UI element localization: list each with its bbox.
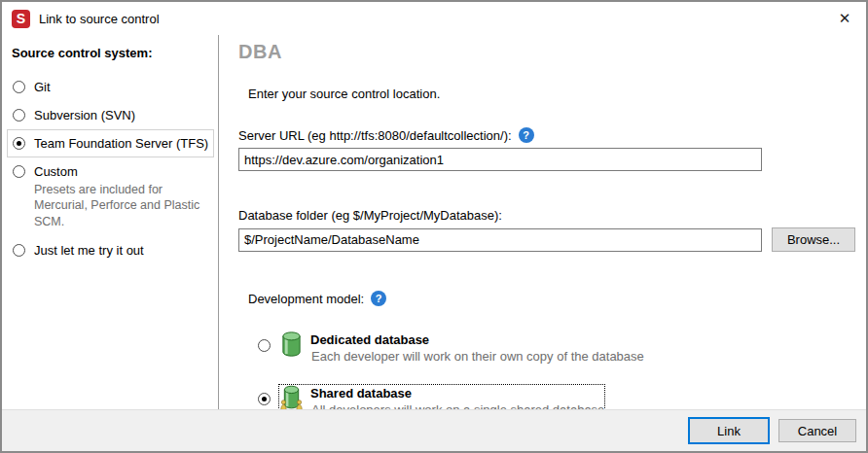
tfs-label: Team Foundation Server (TFS) bbox=[34, 136, 208, 151]
sidebar-option-git[interactable]: Git bbox=[7, 73, 214, 101]
dialog-body: Source control system: Git Subversion (S… bbox=[2, 35, 866, 409]
tfs-radio[interactable] bbox=[13, 137, 25, 150]
dedicated-text-block: Dedicated database Each developer will w… bbox=[307, 331, 644, 364]
custom-label: Custom bbox=[34, 164, 78, 179]
development-model-help-icon[interactable]: ? bbox=[371, 291, 386, 306]
sidebar-header: Source control system: bbox=[12, 46, 214, 60]
git-radio[interactable] bbox=[13, 81, 25, 93]
server-url-label-row: Server URL (eg http://tfs:8080/defaultco… bbox=[238, 127, 855, 143]
development-model-label-row: Development model: ? bbox=[248, 291, 855, 306]
try-it-out-label: Just let me try it out bbox=[34, 243, 144, 258]
database-folder-row: Browse... bbox=[238, 227, 855, 252]
window-title: Link to source control bbox=[39, 12, 160, 26]
custom-text-block: Custom Presets are included for Mercuria… bbox=[34, 164, 201, 229]
link-to-source-control-dialog: S Link to source control ✕ Source contro… bbox=[0, 0, 868, 453]
dedicated-focus-wrap: Dedicated database Each developer will w… bbox=[279, 331, 644, 364]
browse-button[interactable]: Browse... bbox=[772, 227, 855, 252]
database-folder-label: Database folder (eg $/MyProject/MyDataba… bbox=[238, 208, 502, 223]
dedicated-database-icon bbox=[280, 331, 303, 358]
sidebar-option-custom[interactable]: Custom Presets are included for Mercuria… bbox=[7, 157, 214, 236]
development-model-label: Development model: bbox=[248, 292, 364, 306]
custom-description: Presets are included for Mercurial, Perf… bbox=[34, 182, 201, 229]
dedicated-database-radio[interactable] bbox=[258, 339, 271, 352]
git-label: Git bbox=[34, 80, 51, 94]
server-url-help-icon[interactable]: ? bbox=[519, 127, 534, 143]
shared-database-icon bbox=[280, 385, 303, 411]
title-bar: S Link to source control ✕ bbox=[2, 2, 866, 35]
source-control-system-sidebar: Source control system: Git Subversion (S… bbox=[2, 35, 219, 409]
dialog-footer: Link Cancel bbox=[2, 409, 866, 451]
custom-radio[interactable] bbox=[13, 165, 25, 178]
try-it-out-radio[interactable] bbox=[13, 244, 25, 257]
dedicated-database-option[interactable]: Dedicated database Each developer will w… bbox=[258, 331, 855, 364]
subversion-label: Subversion (SVN) bbox=[34, 108, 135, 122]
close-icon[interactable]: ✕ bbox=[829, 4, 860, 33]
intro-text: Enter your source control location. bbox=[248, 87, 855, 101]
sidebar-option-subversion[interactable]: Subversion (SVN) bbox=[7, 101, 214, 129]
sidebar-option-try-it-out[interactable]: Just let me try it out bbox=[7, 236, 214, 264]
sql-source-control-logo-icon: S bbox=[12, 10, 30, 28]
database-folder-label-row: Database folder (eg $/MyProject/MyDataba… bbox=[238, 208, 855, 223]
shared-database-label: Shared database bbox=[307, 385, 604, 401]
cancel-button[interactable]: Cancel bbox=[778, 419, 856, 442]
link-button[interactable]: Link bbox=[688, 417, 770, 444]
subversion-radio[interactable] bbox=[13, 109, 25, 122]
database-folder-input[interactable] bbox=[238, 228, 762, 252]
dedicated-database-description: Each developer will work on their own co… bbox=[311, 349, 644, 364]
dedicated-database-label: Dedicated database bbox=[307, 331, 644, 348]
database-name-heading: DBA bbox=[238, 41, 855, 63]
sidebar-option-tfs[interactable]: Team Foundation Server (TFS) bbox=[7, 129, 214, 157]
main-panel: DBA Enter your source control location. … bbox=[219, 35, 868, 409]
shared-database-radio[interactable] bbox=[258, 393, 271, 405]
server-url-input[interactable] bbox=[238, 148, 762, 171]
server-url-label: Server URL (eg http://tfs:8080/defaultco… bbox=[238, 128, 512, 143]
